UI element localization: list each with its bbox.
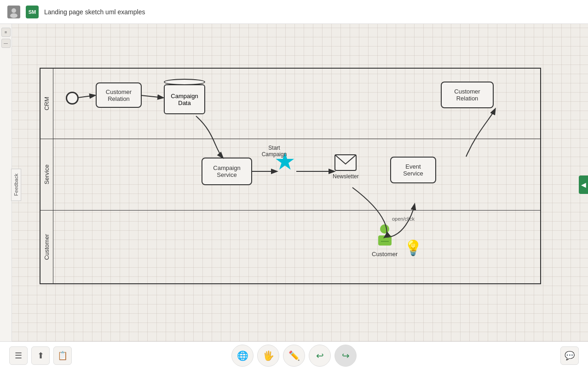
uml-diagram: CRM Customer Relation Campaign Data Cust… xyxy=(40,68,541,284)
hand-button[interactable]: 🖐 xyxy=(257,345,279,367)
lightbulb-icon: 💡 xyxy=(404,239,422,257)
svg-point-4 xyxy=(380,224,389,234)
share-button[interactable]: ↪ xyxy=(334,345,357,367)
notes-button[interactable]: 📋 xyxy=(53,346,72,365)
lane-service-label: Service xyxy=(40,139,53,210)
start-circle xyxy=(66,92,79,105)
bottom-toolbar: ☰ ⬆ 📋 🌐 🖐 ✏️ ↩ ↪ 💬 xyxy=(0,341,588,369)
cylinder-top xyxy=(164,79,205,85)
lane-crm: CRM Customer Relation Campaign Data Cust… xyxy=(40,68,541,139)
svg-rect-6 xyxy=(381,241,389,242)
lane-service: Service Campaign Service ★ Start Campaig… xyxy=(40,139,541,211)
left-sidebar: ≡ — xyxy=(0,24,12,341)
event-service-node[interactable]: Event Service xyxy=(390,157,436,183)
sidebar-btn-2[interactable]: — xyxy=(1,39,11,48)
undo-button[interactable]: ↩ xyxy=(309,345,331,367)
campaign-service-node[interactable]: Campaign Service xyxy=(202,158,252,185)
lane-customer-label: Customer xyxy=(40,211,53,283)
avatar-user[interactable] xyxy=(7,6,20,18)
header: SM Landing page sketch uml examples xyxy=(0,0,588,24)
campaign-data-cylinder[interactable]: Campaign Data xyxy=(164,79,205,114)
lane-crm-label: CRM xyxy=(40,69,53,139)
avatar-sm[interactable]: SM xyxy=(26,6,39,18)
feedback-button[interactable]: Feedback xyxy=(11,168,21,200)
svg-rect-5 xyxy=(378,235,392,246)
newsletter-icon: Newsletter xyxy=(333,154,359,180)
canvas: CRM Customer Relation Campaign Data Cust… xyxy=(12,24,588,341)
cylinder-body: Campaign Data xyxy=(164,84,205,114)
export-button[interactable]: ⬆ xyxy=(31,346,50,365)
toolbar-right: 💬 xyxy=(560,346,579,365)
svg-point-1 xyxy=(12,8,16,13)
customer-figure: Customer xyxy=(372,223,398,258)
lane-customer: Customer Customer open/click 💡 xyxy=(40,211,541,284)
pen-button[interactable]: ✏️ xyxy=(283,345,305,367)
open-click-label: open/click xyxy=(392,216,415,222)
start-campaign-label: Start Campaign xyxy=(256,145,293,158)
envelope-svg xyxy=(334,154,357,171)
customer-relation-node-1[interactable]: Customer Relation xyxy=(96,82,142,108)
sidebar-btn-1[interactable]: ≡ xyxy=(1,28,11,37)
customer-svg xyxy=(375,223,395,249)
svg-point-2 xyxy=(10,13,17,18)
toolbar-left: ☰ ⬆ 📋 xyxy=(9,346,72,365)
chat-button[interactable]: 💬 xyxy=(560,346,579,365)
right-collapse-button[interactable]: ◀ xyxy=(579,176,588,194)
page-title: Landing page sketch uml examples xyxy=(44,8,145,16)
customer-label: Customer xyxy=(372,251,398,258)
layers-button[interactable]: ☰ xyxy=(9,346,28,365)
newsletter-label: Newsletter xyxy=(333,173,359,180)
customer-relation-node-2[interactable]: Customer Relation xyxy=(441,82,494,108)
globe-button[interactable]: 🌐 xyxy=(231,345,254,367)
